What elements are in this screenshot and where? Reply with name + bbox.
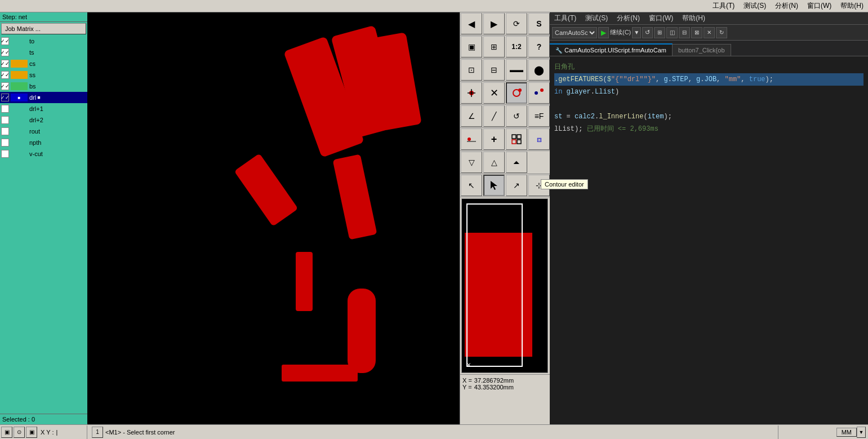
select4-button[interactable]: ⊹ (528, 175, 550, 196)
bottom-btn1[interactable]: ▣ (1, 427, 12, 438)
toolbar-row-2: ▣ ⊞ 1:2 ? (460, 36, 550, 59)
menu-analysis[interactable]: 分析(N) (771, 0, 803, 12)
text-format-button[interactable]: ≡F (528, 105, 550, 127)
text-s-button[interactable]: S (528, 13, 550, 34)
layer-checkbox-ts[interactable]: ✓ (1, 48, 9, 56)
code-menu-analysis[interactable]: 分析(N) (612, 12, 644, 24)
layer-item-rout[interactable]: rout (0, 126, 87, 137)
code-menu-test[interactable]: 测试(S) (581, 12, 612, 24)
layer-color-ts (11, 48, 28, 56)
status-message: <M1> - Select first corner (105, 429, 175, 436)
unit-expand-button[interactable]: ▼ (857, 427, 866, 438)
continue-label: 继续(C) (610, 28, 631, 37)
toolbar-row-5: ∠ ╱ ↺ ≡F (460, 105, 550, 128)
canvas-area[interactable] (87, 12, 460, 424)
measure-button[interactable]: ⊟ (483, 59, 505, 81)
toolbar-row-8: ↖ ↗ ⊹ (460, 174, 550, 197)
dot-button[interactable] (461, 82, 482, 104)
grid2-button[interactable] (506, 128, 527, 150)
triangle2-button[interactable]: △ (483, 152, 505, 173)
layer-name-rout: rout (29, 128, 40, 135)
play-button[interactable]: ▶ (598, 27, 609, 38)
code-menu-help[interactable]: 帮助(H) (678, 12, 710, 24)
layer-item-bs[interactable]: ✓ bs (0, 81, 87, 92)
code-menu-tools[interactable]: 工具(T) (550, 12, 581, 24)
code-line-2: .getFEATURES($"{""drl""}", g.STEP, g.JOB… (554, 73, 863, 86)
grid-button[interactable]: ⊡ (461, 59, 482, 81)
layer-item-ss[interactable]: ✓ ss (0, 69, 87, 81)
ring-button[interactable] (506, 82, 527, 104)
layer-checkbox-bs[interactable]: ✓ (1, 82, 9, 90)
nav-left-button[interactable]: ◀ (461, 13, 482, 34)
script-selector[interactable]: CamAutoScript (552, 27, 597, 38)
help-button[interactable]: ? (528, 36, 550, 57)
code-tool1[interactable]: ⊞ (654, 27, 665, 38)
layer-item-drl[interactable]: ✓ ■ drl ■ (0, 92, 87, 103)
page-indicator[interactable]: 1 (92, 427, 103, 438)
layer-checkbox-to[interactable]: ✓ (1, 37, 9, 45)
code-tab-2[interactable]: button7_Click{ob (673, 44, 731, 56)
x-label: X = (462, 377, 472, 384)
layer-checkbox-npth[interactable] (1, 139, 9, 147)
job-matrix-button[interactable]: Job Matrix ... (1, 23, 86, 34)
layer-color-vcut (11, 150, 28, 158)
menu-help[interactable]: 帮助(H) (836, 0, 868, 12)
line-button[interactable]: ╱ (483, 105, 505, 127)
code-tool4[interactable]: ⊠ (691, 27, 702, 38)
code-tool5[interactable]: ✕ (704, 27, 715, 38)
triangle1-button[interactable]: ▽ (461, 152, 482, 173)
ruler-button[interactable]: ▬▬ (506, 59, 527, 81)
bottom-btn2[interactable]: ⊙ (14, 427, 25, 438)
menu-window[interactable]: 窗口(W) (803, 0, 836, 12)
layer-name-ss: ss (29, 72, 35, 78)
layer-item-drl1[interactable]: drl+1 (0, 103, 87, 114)
layer-item-vcut[interactable]: v-cut (0, 148, 87, 159)
circle-button[interactable]: ⬤ (528, 59, 550, 81)
plus-button[interactable]: + (483, 128, 505, 150)
dot-red-button[interactable] (528, 82, 550, 104)
layer-checkbox-drl2[interactable] (1, 116, 9, 124)
preview-border-rect (466, 203, 523, 367)
code-tool2[interactable]: ◫ (666, 27, 678, 38)
select-button[interactable]: ▣ (461, 36, 482, 57)
code-tool6[interactable]: ↻ (716, 27, 727, 38)
bottom-btn3[interactable]: ▣ (26, 427, 37, 438)
code-tool3[interactable]: ⊟ (679, 27, 690, 38)
x-coord: X = 37.286792mm (462, 377, 547, 384)
refresh-button[interactable]: ↺ (642, 27, 653, 38)
code-content[interactable]: 日角孔 .getFEATURES($"{""drl""}", g.STEP, g… (550, 56, 868, 424)
cross-button[interactable]: ✕ (483, 82, 505, 104)
select3-button[interactable]: ↗ (506, 175, 527, 196)
layer-item-drl2[interactable]: drl+2 (0, 114, 87, 126)
number-button[interactable]: 1:2 (506, 36, 527, 57)
rotate-button[interactable]: ⟳ (506, 13, 527, 34)
dot2-button[interactable] (461, 128, 482, 150)
dropdown-arrow[interactable]: ▼ (632, 27, 641, 38)
menu-test[interactable]: 测试(S) (739, 0, 771, 12)
menu-tools[interactable]: 工具(T) (708, 0, 739, 12)
layer-checkbox-ss[interactable]: ✓ (1, 71, 9, 79)
layer-name-drl1: drl+1 (29, 105, 43, 112)
arc-button[interactable]: ↺ (506, 105, 527, 127)
nav-right-button[interactable]: ▶ (483, 13, 505, 34)
unit-button[interactable]: MM (836, 428, 857, 437)
code-tab-1[interactable]: 🔧 CamAutoScript.UIScript.frmAutoCam (550, 43, 673, 56)
triangle3-button[interactable]: ⏶ (506, 152, 527, 173)
view-button[interactable]: ⊞ (483, 36, 505, 57)
layer-checkbox-rout[interactable] (1, 127, 9, 135)
layer-item-cs[interactable]: ✓ cs (0, 58, 87, 69)
select1-button[interactable]: ↖ (461, 175, 482, 196)
layer-checkbox-vcut[interactable] (1, 150, 9, 158)
layer-checkbox-drl[interactable]: ✓ (1, 94, 9, 101)
cube-button[interactable]: ⧈ (528, 128, 550, 150)
layer-checkbox-cs[interactable]: ✓ (1, 60, 9, 68)
code-menu-window[interactable]: 窗口(W) (644, 12, 678, 24)
layer-color-drl2 (11, 116, 28, 124)
svg-marker-13 (491, 181, 497, 190)
layer-checkbox-drl1[interactable] (1, 105, 9, 113)
layer-item-to[interactable]: ✓ to (0, 36, 87, 47)
angle-button[interactable]: ∠ (461, 105, 482, 127)
layer-item-npth[interactable]: npth (0, 137, 87, 148)
layer-item-ts[interactable]: ✓ ts (0, 47, 87, 58)
select2-button[interactable] (483, 175, 505, 196)
